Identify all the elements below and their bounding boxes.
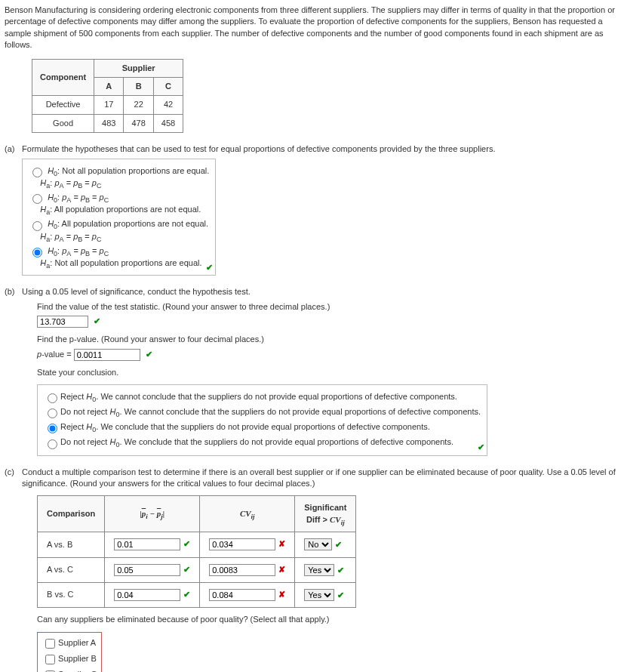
corner-header: Component xyxy=(32,59,94,96)
comp-label: A vs. B xyxy=(38,532,105,557)
check-icon: ✔ xyxy=(183,565,190,574)
conclusion-prompt: State your conclusion. xyxy=(37,367,616,378)
check-icon: ✔ xyxy=(337,566,344,575)
cell: 478 xyxy=(124,114,153,132)
check-icon: ✔ xyxy=(146,350,152,359)
p-value-label: p-value = xyxy=(37,350,74,359)
cv-input[interactable] xyxy=(209,589,275,601)
hyp-option-3[interactable] xyxy=(32,221,42,231)
th-cv: CVij xyxy=(200,496,295,532)
comp-label: B vs. C xyxy=(38,582,105,607)
part-b-prompt: Using a 0.05 level of significance, cond… xyxy=(22,287,251,296)
diff-input[interactable] xyxy=(114,589,180,601)
opt-text: H0: All population proportions are not e… xyxy=(29,219,208,240)
table-row: B vs. C ✔ ✘ Yes✔ xyxy=(38,582,356,607)
comp-label: A vs. C xyxy=(38,557,105,582)
cell: 17 xyxy=(94,96,124,114)
conc-option-3[interactable] xyxy=(48,424,57,433)
th-diff: |pi − pj| xyxy=(105,496,200,532)
diff-input[interactable] xyxy=(114,538,180,550)
opt-text: Do not reject H0. We conclude that the s… xyxy=(60,437,453,446)
eliminate-options: Supplier A Supplier B Supplier C none ✘ xyxy=(37,632,102,672)
cv-input[interactable] xyxy=(209,564,275,576)
check-icon: ✔ xyxy=(478,442,484,453)
part-c-prompt: Conduct a multiple comparison test to de… xyxy=(22,467,616,488)
part-a-label: (a) xyxy=(5,143,20,155)
cv-input[interactable] xyxy=(209,538,275,550)
opt-text: Reject H0. We conclude that the supplier… xyxy=(60,422,430,431)
opt-text: H0: pA = pB = pC Ha: All population prop… xyxy=(29,193,201,214)
check-icon: ✔ xyxy=(183,590,190,599)
conc-option-4[interactable] xyxy=(48,439,57,449)
cross-icon: ✘ xyxy=(278,590,285,599)
check-icon: ✔ xyxy=(94,316,100,325)
opt-text: H0: pA = pB = pC Ha: Not all population … xyxy=(29,246,201,267)
elim-supplier-b[interactable] xyxy=(45,655,55,664)
part-c: (c) Conduct a multiple comparison test t… xyxy=(5,467,616,672)
check-icon: ✔ xyxy=(206,262,213,273)
data-table: Component Supplier A B C Defective 17 22… xyxy=(32,59,183,134)
hyp-option-4[interactable] xyxy=(32,248,42,257)
cross-icon: ✘ xyxy=(278,565,285,574)
check-icon: ✔ xyxy=(335,540,342,549)
col-a: A xyxy=(94,77,124,95)
stat-prompt: Find the value of the test statistic. (R… xyxy=(37,301,616,313)
cell: 483 xyxy=(94,114,124,132)
diff-input[interactable] xyxy=(114,564,180,576)
part-b: (b) Using a 0.05 level of significance, … xyxy=(5,286,616,455)
opt-text: H0: Not all population proportions are e… xyxy=(29,166,209,187)
p-value-input[interactable] xyxy=(74,349,140,361)
conc-option-2[interactable] xyxy=(48,408,57,418)
sig-select[interactable]: Yes xyxy=(304,564,334,576)
problem-intro: Benson Manufacturing is considering orde… xyxy=(5,5,616,51)
hyp-option-1[interactable] xyxy=(32,168,42,177)
hypothesis-options: H0: Not all population proportions are e… xyxy=(22,159,216,276)
test-statistic-input[interactable] xyxy=(37,316,88,328)
sig-select[interactable]: No xyxy=(304,538,332,550)
elim-label: Supplier B xyxy=(58,654,97,663)
th-comparison: Comparison xyxy=(38,496,105,532)
comparison-table: Comparison |pi − pj| CVij SignificantDif… xyxy=(37,495,356,608)
sig-select[interactable]: Yes xyxy=(304,589,334,601)
check-icon: ✔ xyxy=(337,590,344,600)
part-b-label: (b) xyxy=(5,286,20,297)
cell: 22 xyxy=(124,96,153,114)
row-defective-label: Defective xyxy=(32,96,94,114)
conclusion-options: Reject H0. We cannot conclude that the s… xyxy=(37,384,487,455)
col-b: B xyxy=(124,77,153,95)
opt-text: Do not reject H0. We cannot conclude tha… xyxy=(60,407,481,416)
row-good-label: Good xyxy=(32,114,94,132)
supplier-header: Supplier xyxy=(94,59,183,77)
check-icon: ✔ xyxy=(183,539,190,548)
opt-text: Reject H0. We cannot conclude that the s… xyxy=(60,392,457,401)
elim-prompt: Can any suppliers be eliminated because … xyxy=(37,614,616,625)
cross-icon: ✘ xyxy=(278,539,285,548)
cell: 458 xyxy=(153,114,183,132)
elim-label: Supplier A xyxy=(58,638,96,647)
table-row: A vs. C ✔ ✘ Yes✔ xyxy=(38,557,356,582)
p-prompt: Find the p-value. (Round your answer to … xyxy=(37,334,616,345)
part-c-label: (c) xyxy=(5,467,20,478)
part-a: (a) Formulate the hypotheses that can be… xyxy=(5,143,616,276)
th-sig: SignificantDiff > CVij xyxy=(295,496,356,532)
elim-supplier-a[interactable] xyxy=(45,639,55,649)
cell: 42 xyxy=(153,96,183,114)
hyp-option-2[interactable] xyxy=(32,194,42,204)
part-a-prompt: Formulate the hypotheses that can be use… xyxy=(22,144,495,153)
col-c: C xyxy=(153,77,183,95)
conc-option-1[interactable] xyxy=(48,393,57,403)
table-row: A vs. B ✔ ✘ No✔ xyxy=(38,532,356,557)
